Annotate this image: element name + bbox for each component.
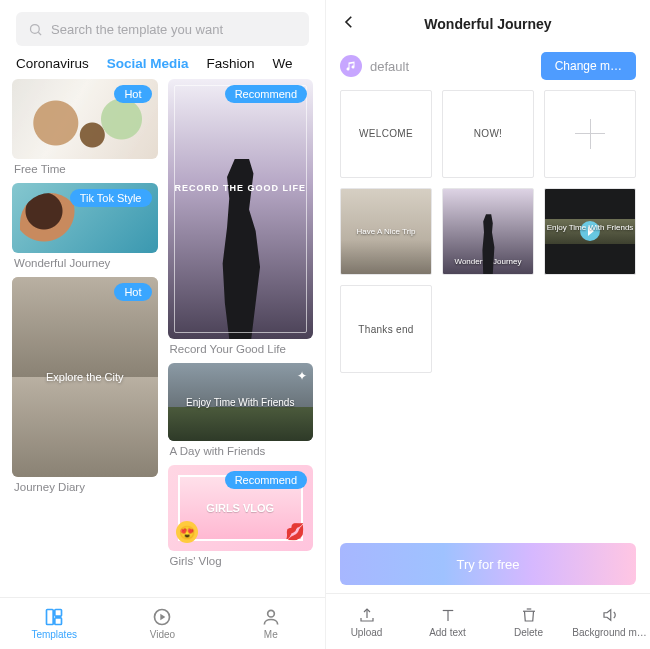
svg-line-1 bbox=[38, 32, 41, 35]
tool-delete[interactable]: Delete bbox=[488, 594, 569, 649]
svg-rect-4 bbox=[55, 618, 62, 625]
template-card[interactable]: Hot Explore the City Journey Diary bbox=[12, 277, 158, 493]
slide-add[interactable] bbox=[544, 90, 636, 178]
tool-label: Background m… bbox=[572, 627, 646, 638]
template-title: Free Time bbox=[12, 163, 158, 175]
thumb-overlay-text: Explore the City bbox=[12, 277, 158, 477]
template-thumb: Recommend GIRLS VLOG 😍 💋 bbox=[168, 465, 314, 551]
slide-image-1[interactable]: Have A Nice Trip bbox=[340, 188, 432, 276]
editor-header: Wonderful Journey bbox=[326, 0, 650, 48]
template-card[interactable]: Recommend RECORD THE GOOD LIFE Record Yo… bbox=[168, 79, 314, 355]
tool-upload[interactable]: Upload bbox=[326, 594, 407, 649]
svg-rect-3 bbox=[55, 610, 62, 617]
template-thumb: Tik Tok Style bbox=[12, 183, 158, 253]
tool-label: Delete bbox=[514, 627, 543, 638]
slide-caption: Enjoy Time With Friends bbox=[545, 223, 635, 232]
templates-screen: Search the template you want Coronavirus… bbox=[0, 0, 325, 649]
template-thumb: ✦ Enjoy Time With Friends bbox=[168, 363, 314, 441]
cat-fashion[interactable]: Fashion bbox=[207, 56, 255, 71]
template-grid: Hot Free Time Tik Tok Style Wonderful Jo… bbox=[0, 79, 325, 597]
text-icon bbox=[439, 606, 457, 624]
template-card[interactable]: Recommend GIRLS VLOG 😍 💋 Girls' Vlog bbox=[168, 465, 314, 567]
slide-now[interactable]: NOW! bbox=[442, 90, 534, 178]
music-name: default bbox=[370, 59, 533, 74]
grid-col-1: Hot Free Time Tik Tok Style Wonderful Jo… bbox=[12, 79, 158, 597]
emoji-icon: 😍 bbox=[176, 521, 198, 543]
svg-point-7 bbox=[267, 610, 274, 617]
nav-label: Video bbox=[150, 629, 175, 640]
template-title: Record Your Good Life bbox=[168, 343, 314, 355]
nav-templates[interactable]: Templates bbox=[0, 598, 108, 649]
thumb-overlay-text: Enjoy Time With Friends bbox=[168, 363, 314, 441]
svg-marker-6 bbox=[161, 614, 166, 621]
change-music-button[interactable]: Change m… bbox=[541, 52, 636, 80]
template-thumb: Recommend RECORD THE GOOD LIFE bbox=[168, 79, 314, 339]
slide-caption: Have A Nice Trip bbox=[341, 227, 431, 236]
templates-icon bbox=[44, 607, 64, 627]
page-title: Wonderful Journey bbox=[424, 16, 551, 32]
nav-video[interactable]: Video bbox=[108, 598, 216, 649]
search-input[interactable]: Search the template you want bbox=[16, 12, 309, 46]
thumb-overlay-text: RECORD THE GOOD LIFE bbox=[168, 183, 314, 193]
badge-tiktok: Tik Tok Style bbox=[70, 189, 152, 207]
bottom-nav: Templates Video Me bbox=[0, 597, 325, 649]
person-icon bbox=[261, 607, 281, 627]
cat-coronavirus[interactable]: Coronavirus bbox=[16, 56, 89, 71]
template-title: Wonderful Journey bbox=[12, 257, 158, 269]
cat-more[interactable]: We bbox=[273, 56, 293, 71]
try-for-free-button[interactable]: Try for free bbox=[340, 543, 636, 585]
template-card[interactable]: Hot Free Time bbox=[12, 79, 158, 175]
slide-image-2[interactable]: Wonderful Journey bbox=[442, 188, 534, 276]
template-title: A Day with Friends bbox=[168, 445, 314, 457]
tool-label: Add text bbox=[429, 627, 466, 638]
template-thumb: Hot Explore the City bbox=[12, 277, 158, 477]
slide-image-3[interactable]: Enjoy Time With Friends bbox=[544, 188, 636, 276]
nav-label: Me bbox=[264, 629, 278, 640]
cat-social-media[interactable]: Social Media bbox=[107, 56, 189, 71]
upload-icon bbox=[358, 606, 376, 624]
video-icon bbox=[152, 607, 172, 627]
search-icon bbox=[28, 22, 43, 37]
template-title: Girls' Vlog bbox=[168, 555, 314, 567]
slide-welcome[interactable]: WELCOME bbox=[340, 90, 432, 178]
music-row: default Change m… bbox=[326, 48, 650, 90]
badge-hot: Hot bbox=[114, 85, 151, 103]
template-card[interactable]: Tik Tok Style Wonderful Journey bbox=[12, 183, 158, 269]
sound-icon bbox=[601, 606, 619, 624]
slides-grid: WELCOME NOW! Have A Nice Trip Wonderful … bbox=[326, 90, 650, 373]
trash-icon bbox=[520, 606, 538, 624]
nav-label: Templates bbox=[31, 629, 77, 640]
slide-caption: Wonderful Journey bbox=[443, 257, 533, 266]
tool-label: Upload bbox=[351, 627, 383, 638]
grid-col-2: Recommend RECORD THE GOOD LIFE Record Yo… bbox=[168, 79, 314, 597]
music-icon bbox=[340, 55, 362, 77]
svg-point-0 bbox=[31, 24, 40, 33]
back-button[interactable] bbox=[340, 13, 358, 35]
slide-thanks[interactable]: Thanks end bbox=[340, 285, 432, 373]
tool-add-text[interactable]: Add text bbox=[407, 594, 488, 649]
template-title: Journey Diary bbox=[12, 481, 158, 493]
tool-background-music[interactable]: Background m… bbox=[569, 594, 650, 649]
badge-recommend: Recommend bbox=[225, 471, 307, 489]
badge-hot: Hot bbox=[114, 283, 151, 301]
kiss-icon: 💋 bbox=[285, 522, 305, 541]
template-thumb: Hot bbox=[12, 79, 158, 159]
chevron-left-icon bbox=[340, 13, 358, 31]
nav-me[interactable]: Me bbox=[217, 598, 325, 649]
editor-toolbar: Upload Add text Delete Background m… bbox=[326, 593, 650, 649]
category-tabs: Coronavirus Social Media Fashion We bbox=[0, 56, 325, 79]
search-placeholder: Search the template you want bbox=[51, 22, 223, 37]
editor-screen: Wonderful Journey default Change m… WELC… bbox=[325, 0, 650, 649]
template-card[interactable]: ✦ Enjoy Time With Friends A Day with Fri… bbox=[168, 363, 314, 457]
svg-rect-2 bbox=[47, 610, 54, 625]
badge-recommend: Recommend bbox=[225, 85, 307, 103]
